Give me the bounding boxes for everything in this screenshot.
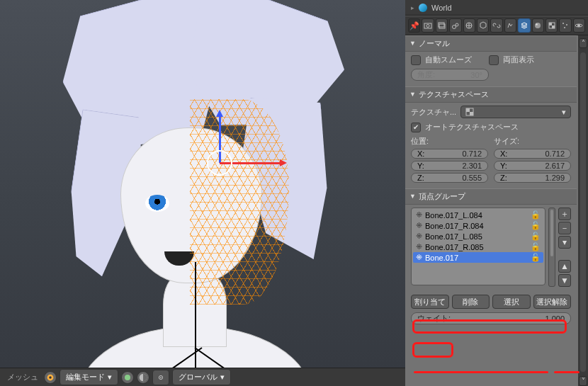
add-vgroup-button[interactable]: ＋ — [558, 208, 571, 220]
panel-header-vgroups[interactable]: ▼ 頂点グループ — [405, 188, 577, 205]
viewport-3d[interactable]: メッシュ 編集モード ▾ グローバル ▾ — [0, 0, 405, 386]
select-button[interactable]: 選択 — [492, 295, 531, 309]
collapse-icon: ▼ — [409, 91, 416, 98]
collapse-icon: ▼ — [409, 193, 416, 200]
angle-label: 角度: — [417, 69, 435, 80]
mode-label: 編集モード — [66, 372, 105, 382]
tab-particles[interactable] — [559, 18, 571, 33]
lock-icon[interactable]: 🔓 — [531, 232, 541, 241]
svg-rect-15 — [549, 23, 552, 25]
loc-x-field[interactable]: X:0.712 — [411, 149, 488, 159]
size-label: サイズ: — [494, 136, 571, 147]
svg-point-4 — [160, 377, 162, 378]
panel-header-texspace[interactable]: ▼ テクスチャスペース — [405, 86, 577, 103]
tab-world[interactable] — [463, 18, 475, 33]
svg-point-1 — [49, 376, 52, 379]
vgroup-move-down-button[interactable]: ▼ — [558, 274, 571, 287]
auto-smooth-checkbox[interactable] — [411, 55, 421, 65]
chevron-down-icon: ▾ — [562, 108, 566, 117]
display-mode-button[interactable] — [121, 371, 134, 384]
panel-title: 頂点グループ — [419, 191, 465, 202]
double-sided-checkbox[interactable] — [489, 55, 499, 65]
svg-point-17 — [562, 23, 564, 24]
panel-texture-space: ▼ テクスチャスペース テクスチャ... ▾ オートテクスチャスペース — [405, 86, 577, 188]
assign-button[interactable]: 割り当て — [411, 295, 449, 309]
vgroup-icon: ⁜ — [416, 242, 422, 251]
tab-scene[interactable] — [449, 18, 461, 33]
shading-mode-button[interactable] — [137, 371, 149, 384]
svg-rect-23 — [466, 108, 470, 112]
remove-button[interactable]: 削除 — [452, 295, 490, 309]
tab-constraints[interactable] — [490, 18, 502, 33]
vertex-group-item[interactable]: ⁜ Bone.017_R.084 🔓 — [413, 220, 543, 231]
scroll-down-button[interactable]: ˅ — [579, 376, 587, 386]
auto-texspace-checkbox[interactable] — [411, 123, 421, 132]
lock-icon[interactable]: 🔓 — [531, 242, 541, 251]
size-z-field[interactable]: Z:1.299 — [494, 173, 571, 183]
svg-point-19 — [564, 27, 565, 28]
deselect-button[interactable]: 選択解除 — [533, 295, 572, 309]
orientation-dropdown[interactable]: グローバル ▾ — [172, 369, 231, 385]
tab-material[interactable] — [532, 18, 544, 33]
auto-texspace-label: オートテクスチャスペース — [425, 122, 519, 132]
mode-dropdown[interactable]: 編集モード ▾ — [60, 369, 118, 385]
weight-field[interactable]: ウェイト: 1.000 — [411, 312, 571, 324]
vgroup-move-up-button[interactable]: ▲ — [558, 260, 571, 273]
svg-point-9 — [452, 25, 456, 29]
remove-vgroup-button[interactable]: － — [558, 222, 571, 234]
vertex-group-list[interactable]: ⁜ Bone.017_L.084 🔓 ⁜ Bone.017_R.084 🔓 ⁜ … — [411, 208, 545, 285]
weight-value: 1.000 — [545, 314, 565, 323]
mesh-menu[interactable]: メッシュ — [4, 372, 41, 382]
chevron-down-icon: ▾ — [108, 373, 112, 382]
vgroup-icon: ⁜ — [416, 253, 422, 262]
vgroup-specials-button[interactable]: ▾ — [558, 236, 571, 249]
vertex-group-item[interactable]: ⁜ Bone.017_L.085 🔓 — [413, 231, 543, 242]
panel-header-normals[interactable]: ▼ ノーマル — [405, 35, 577, 52]
tab-render-layers[interactable] — [436, 18, 448, 33]
texture-icon — [465, 108, 474, 116]
properties-panel: ▸ World 📌 — [405, 0, 588, 386]
list-scrollbar[interactable] — [548, 208, 555, 287]
weight-label: ウェイト: — [417, 313, 451, 324]
model-eye-left — [145, 195, 169, 212]
expand-icon[interactable]: ▸ — [411, 4, 414, 11]
vgroup-icon: ⁜ — [416, 221, 422, 230]
loc-z-field[interactable]: Z:0.555 — [411, 173, 488, 183]
vertex-group-item[interactable]: ⁜ Bone.017_R.085 🔓 — [413, 242, 543, 252]
tab-texture[interactable] — [545, 18, 558, 33]
angle-value: 30° — [470, 71, 482, 79]
scroll-up-button[interactable]: ˄ — [579, 38, 587, 48]
tab-modifiers[interactable] — [504, 18, 516, 33]
svg-rect-24 — [470, 112, 473, 115]
pivot-dropdown[interactable] — [152, 370, 169, 385]
lock-icon[interactable]: 🔓 — [531, 253, 541, 262]
lock-icon[interactable]: 🔓 — [531, 210, 541, 220]
size-y-field[interactable]: Y:2.617 — [494, 161, 571, 171]
lock-icon[interactable]: 🔓 — [531, 221, 541, 230]
texture-dropdown[interactable]: ▾ — [460, 106, 571, 118]
svg-point-10 — [456, 23, 458, 26]
size-x-field[interactable]: X:0.712 — [494, 149, 571, 159]
location-label: 位置: — [411, 136, 488, 147]
pin-icon[interactable]: 📌 — [408, 18, 420, 33]
outliner-row[interactable]: ▸ World — [405, 0, 588, 16]
viewport-header: メッシュ 編集モード ▾ グローバル ▾ — [0, 368, 405, 386]
vertex-group-item-active[interactable]: ⁜ Bone.017 🔓 — [413, 252, 543, 263]
tab-render[interactable] — [422, 18, 434, 33]
scrollbar[interactable] — [580, 52, 586, 372]
world-icon — [419, 4, 427, 12]
tab-object-data[interactable] — [518, 18, 530, 33]
annotation-underline — [554, 371, 579, 373]
gizmo-origin[interactable] — [207, 150, 232, 176]
tab-physics[interactable] — [573, 18, 585, 33]
vertex-group-item[interactable]: ⁜ Bone.017_L.084 🔓 — [413, 210, 543, 220]
panel-normals: ▼ ノーマル 自動スムーズ 両面表示 角度: 30° — [405, 35, 577, 86]
auto-smooth-label: 自動スムーズ — [425, 55, 472, 65]
texture-label: テクスチャ... — [411, 107, 456, 118]
tab-object[interactable] — [477, 18, 489, 33]
mode-icon[interactable] — [44, 371, 57, 384]
properties-tab-bar: 📌 — [405, 16, 588, 35]
loc-y-field[interactable]: Y:2.301 — [411, 161, 488, 171]
panel-title: テクスチャスペース — [419, 89, 489, 100]
collapse-icon: ▼ — [409, 40, 416, 47]
